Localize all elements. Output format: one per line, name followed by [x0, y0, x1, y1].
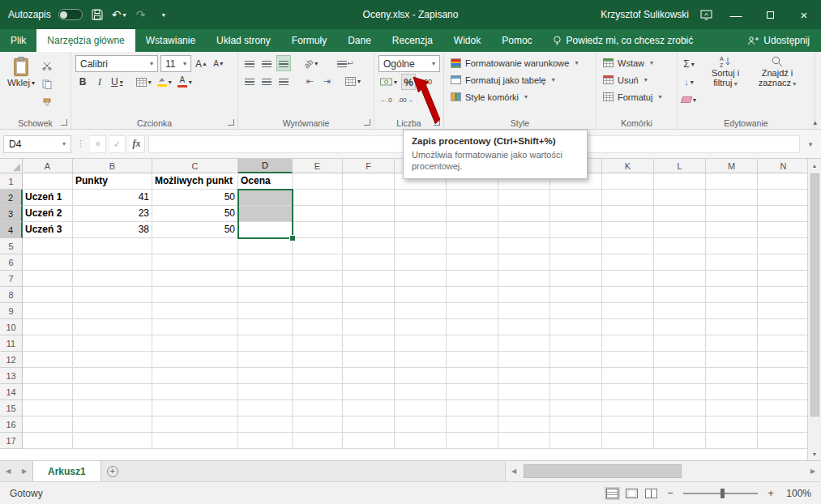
column-header-A[interactable]: A [23, 159, 73, 173]
column-header-K[interactable]: K [602, 159, 654, 173]
name-box[interactable]: D4 [3, 135, 71, 153]
cell-K17[interactable] [602, 433, 654, 449]
cell-G16[interactable] [395, 416, 447, 433]
number-format-select[interactable]: Ogólne [378, 55, 440, 72]
cell-D16[interactable] [238, 416, 293, 433]
cell-J8[interactable] [550, 287, 602, 303]
cell-C8[interactable] [152, 287, 238, 303]
cell-J9[interactable] [550, 303, 602, 319]
paste-button[interactable]: Wklej [2, 54, 40, 111]
cell-K3[interactable] [602, 206, 654, 222]
font-dialog-launcher[interactable] [228, 119, 234, 126]
cell-D3[interactable] [238, 206, 293, 222]
cell-K4[interactable] [602, 222, 654, 238]
close-button[interactable]: × [787, 0, 821, 29]
grow-font-button[interactable]: A▲ [194, 56, 209, 72]
cell-N6[interactable] [758, 254, 810, 271]
cell-H3[interactable] [447, 206, 498, 222]
cell-I16[interactable] [498, 416, 550, 433]
tab-formulas[interactable]: Formuły [281, 29, 337, 52]
cell-L15[interactable] [654, 400, 706, 416]
cell-N14[interactable] [758, 384, 810, 400]
horizontal-scroll-track[interactable] [522, 461, 805, 481]
row-header-3[interactable]: 3 [0, 206, 23, 222]
cell-B4[interactable]: 38 [73, 222, 152, 238]
increase-decimal-button[interactable]: ←.0 [378, 92, 394, 108]
cell-D1[interactable]: Ocena [238, 173, 293, 190]
cell-H9[interactable] [447, 303, 498, 319]
cell-K8[interactable] [602, 287, 654, 303]
cell-L1[interactable] [654, 173, 706, 190]
cell-F11[interactable] [343, 335, 395, 352]
fill-color-button[interactable] [156, 74, 173, 90]
cell-C7[interactable] [152, 271, 238, 287]
cell-H6[interactable] [447, 254, 498, 271]
row-header-9[interactable]: 9 [0, 303, 23, 319]
borders-button[interactable] [135, 74, 153, 90]
cell-F14[interactable] [343, 384, 395, 400]
cell-L17[interactable] [654, 433, 706, 449]
cell-D9[interactable] [238, 303, 293, 319]
cell-F9[interactable] [343, 303, 395, 319]
cell-L10[interactable] [654, 319, 706, 335]
cell-N7[interactable] [758, 271, 810, 287]
cell-B9[interactable] [73, 303, 152, 319]
page-layout-view-button[interactable] [626, 489, 638, 498]
align-center-button[interactable] [259, 73, 274, 89]
accounting-format-button[interactable] [378, 74, 399, 90]
insert-function-button[interactable]: fx [129, 135, 145, 153]
cell-B1[interactable]: Punkty [73, 173, 152, 190]
cell-J2[interactable] [550, 190, 602, 206]
shrink-font-button[interactable]: A▼ [212, 56, 226, 72]
cell-G14[interactable] [395, 384, 447, 400]
cell-K9[interactable] [602, 303, 654, 319]
cell-C2[interactable]: 50 [152, 190, 238, 206]
user-name[interactable]: Krzysztof Sulikowski [601, 9, 689, 20]
cell-I17[interactable] [498, 433, 550, 449]
cell-H4[interactable] [447, 222, 498, 238]
align-middle-button[interactable] [259, 55, 274, 71]
cell-C5[interactable] [152, 238, 238, 254]
align-bottom-button[interactable] [276, 55, 291, 71]
tab-review[interactable]: Recenzja [382, 29, 443, 52]
cell-H8[interactable] [447, 287, 498, 303]
clear-button[interactable] [680, 92, 698, 108]
cell-I15[interactable] [498, 400, 550, 416]
cell-E2[interactable] [293, 190, 343, 206]
cell-J6[interactable] [550, 254, 602, 271]
cell-F3[interactable] [343, 206, 395, 222]
cell-K10[interactable] [602, 319, 654, 335]
cell-N4[interactable] [758, 222, 810, 238]
cell-H17[interactable] [447, 433, 498, 449]
cell-E13[interactable] [293, 368, 343, 384]
format-cells-button[interactable]: Formatuj [599, 88, 675, 105]
cell-K7[interactable] [602, 271, 654, 287]
italic-button[interactable]: I [92, 74, 107, 90]
tab-view[interactable]: Widok [443, 29, 491, 52]
cell-F5[interactable] [343, 238, 395, 254]
cell-J15[interactable] [550, 400, 602, 416]
cell-D8[interactable] [238, 287, 293, 303]
sort-filter-button[interactable]: AZ Sortuj i filtruj [701, 54, 750, 108]
cell-I5[interactable] [498, 238, 550, 254]
cell-B7[interactable] [73, 271, 152, 287]
cell-F16[interactable] [343, 416, 395, 433]
minimize-button[interactable]: — [719, 0, 753, 29]
cell-K2[interactable] [602, 190, 654, 206]
share-button[interactable]: Udostępnij [736, 29, 821, 52]
cell-D13[interactable] [238, 368, 293, 384]
cell-H2[interactable] [447, 190, 498, 206]
cell-C1[interactable]: Możliwych punkt [152, 173, 238, 190]
horizontal-scrollbar[interactable]: ◀ ▶ [505, 461, 821, 481]
cell-L6[interactable] [654, 254, 706, 271]
cell-F2[interactable] [343, 190, 395, 206]
cell-A10[interactable] [23, 319, 73, 335]
row-header-10[interactable]: 10 [0, 319, 23, 335]
tab-home[interactable]: Narzędzia główne [36, 29, 135, 52]
cell-A8[interactable] [23, 287, 73, 303]
cell-C14[interactable] [152, 384, 238, 400]
cell-I13[interactable] [498, 368, 550, 384]
cell-F13[interactable] [343, 368, 395, 384]
cell-F8[interactable] [343, 287, 395, 303]
row-header-17[interactable]: 17 [0, 433, 23, 449]
